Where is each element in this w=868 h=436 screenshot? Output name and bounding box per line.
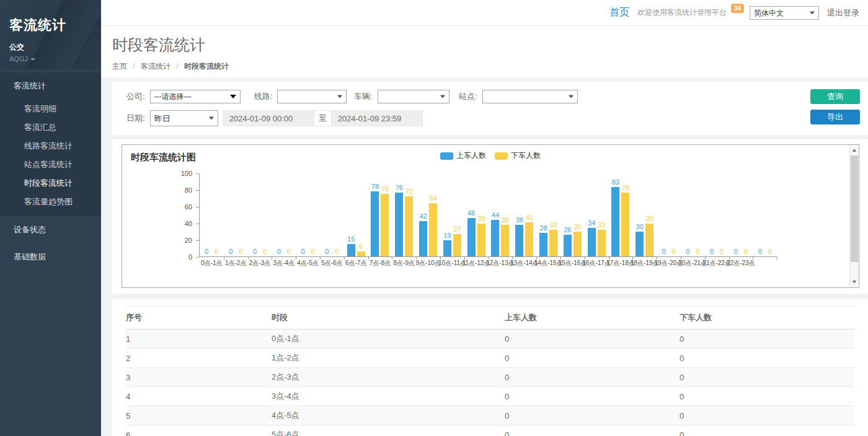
query-button[interactable]: 查询: [810, 89, 860, 104]
table-cell: 4: [126, 387, 272, 406]
sidebar-item-基础数据[interactable]: 基础数据: [0, 243, 101, 271]
menu-section: 客流统计客流明细客流汇总线路客流统计站点客流统计时段客流统计客流量趋势图: [0, 72, 101, 216]
sidebar-menu: 客流统计客流明细客流汇总线路客流统计站点客流统计时段客流统计客流量趋势图设备状态…: [0, 72, 101, 271]
bar-column: 83: [611, 173, 619, 256]
export-button[interactable]: 导出: [810, 110, 860, 124]
table-header-上车人数: 上车人数: [505, 307, 680, 329]
bar-value-label: 0: [768, 248, 772, 255]
bar-group-13点-14点: 384113点-14点: [512, 173, 536, 256]
bar-value-label: 0: [662, 248, 665, 255]
station-select[interactable]: [482, 90, 578, 103]
bar-column: 76: [621, 173, 629, 256]
bar-value-label: 26: [564, 226, 571, 233]
bar-value-label: 32: [549, 221, 557, 229]
bar-group-11点-12点: 463911点-12点: [464, 173, 489, 256]
x-tick-label: 22点-23点: [727, 259, 755, 268]
table-cell: 4点-5点: [272, 406, 505, 425]
bar-value-label: 6: [359, 243, 363, 250]
chart-legend: 上车人数下车人数: [440, 150, 541, 161]
sidebar-subitem-时段客流统计[interactable]: 时段客流统计: [0, 174, 101, 193]
chart-scrollbar[interactable]: [849, 145, 859, 287]
breadcrumb-home[interactable]: 主页: [112, 62, 127, 71]
date-preset-select[interactable]: 昨日: [150, 110, 218, 126]
x-tick-label: 4点-5点: [297, 259, 318, 268]
vehicle-select-wrap: [378, 90, 450, 103]
bar-group-16点-17点: 343216点-17点: [585, 173, 609, 256]
station-select-wrap: [482, 90, 578, 103]
legend-item-上车人数[interactable]: 上车人数: [440, 150, 486, 161]
table-cell: 1: [126, 329, 272, 349]
bar-value-label: 0: [325, 248, 329, 255]
sidebar-item-客流统计[interactable]: 客流统计: [0, 72, 101, 100]
y-tick-label: 60: [185, 203, 192, 211]
sidebar-item-设备状态[interactable]: 设备状态: [0, 216, 101, 243]
breadcrumb-parent[interactable]: 客流统计: [141, 62, 170, 71]
sidebar-subitem-客流量趋势图[interactable]: 客流量趋势图: [0, 193, 101, 211]
bar-上车人数: [588, 228, 596, 256]
table-cell: 3: [126, 368, 272, 387]
date-start-input[interactable]: [223, 110, 314, 126]
bar-column: 26: [564, 173, 572, 256]
home-link[interactable]: 首页: [609, 6, 629, 19]
brand-area: 客流统计 公交 AQGJ: [0, 0, 101, 69]
app-title: 客流统计: [9, 16, 101, 35]
org-code-dropdown[interactable]: AQGJ: [9, 55, 101, 63]
scroll-down-icon[interactable]: [850, 277, 859, 287]
bar-column: 0: [237, 173, 245, 256]
filter-panel: 公司: ---请选择--- 线路: 车辆: 站点:: [112, 82, 868, 135]
date-label: 日期:: [126, 113, 145, 124]
date-end-input[interactable]: [331, 110, 423, 126]
bar-value-label: 46: [467, 209, 475, 217]
bar-column: 38: [501, 173, 509, 256]
bar-group-15点-16点: 263015点-16点: [560, 173, 585, 256]
bar-column: 75: [381, 173, 389, 256]
x-tick-label: 3点-4点: [273, 259, 294, 268]
bar-column: 0: [213, 173, 221, 256]
vehicle-select[interactable]: [378, 90, 450, 103]
sidebar: 客流统计 公交 AQGJ 客流统计客流明细客流汇总线路客流统计站点客流统计时段客…: [0, 0, 101, 436]
bar-value-label: 0: [301, 248, 305, 255]
bar-group-17点-18点: 837617点-18点: [609, 173, 633, 256]
sidebar-subitem-客流汇总[interactable]: 客流汇总: [0, 118, 101, 137]
company-label: 公司:: [126, 91, 145, 102]
table-cell: 3点-4点: [272, 387, 505, 406]
sidebar-subitem-客流明细[interactable]: 客流明细: [0, 100, 101, 118]
bar-column: 0: [309, 173, 317, 256]
y-tick-label: 20: [185, 237, 192, 245]
bar-column: 0: [670, 173, 678, 256]
bar-value-label: 78: [371, 183, 379, 190]
bar-value-label: 38: [502, 216, 509, 224]
scroll-up-icon[interactable]: [850, 146, 859, 155]
bar-value-label: 0: [696, 248, 699, 255]
sidebar-subitem-站点客流统计[interactable]: 站点客流统计: [0, 155, 101, 174]
bar-上车人数: [371, 191, 379, 256]
notification-badge[interactable]: 34: [731, 4, 744, 13]
bar-value-label: 0: [205, 248, 208, 255]
sidebar-subitem-线路客流统计[interactable]: 线路客流统计: [0, 137, 101, 155]
bar-column: 19: [443, 173, 451, 256]
table-cell: 0: [505, 368, 680, 387]
bar-value-label: 0: [253, 248, 257, 255]
bar-下车人数: [429, 203, 437, 256]
bar-value-label: 0: [335, 248, 339, 255]
date-preset-wrap: 昨日: [150, 110, 218, 126]
line-select[interactable]: [277, 90, 347, 103]
bar-column: 0: [260, 173, 268, 256]
bar-column: 0: [718, 173, 726, 256]
table-cell: 0: [680, 329, 854, 349]
bar-group-6点-7点: 1566点-7点: [344, 173, 368, 256]
filter-buttons: 查询 导出: [810, 89, 860, 124]
bar-column: 0: [285, 173, 293, 256]
page-heading: 时段客流统计 主页 / 客流统计 / 时段客流统计: [101, 26, 868, 77]
bar-下车人数: [381, 194, 389, 256]
scrollbar-thumb[interactable]: [851, 155, 858, 262]
logout-link[interactable]: 退出登录: [827, 7, 859, 19]
legend-item-下车人数[interactable]: 下车人数: [495, 150, 541, 161]
table-cell: 1点-2点: [272, 349, 505, 368]
legend-swatch: [440, 152, 453, 160]
bar-group-10点-11点: 192710点-11点: [440, 173, 464, 256]
company-select[interactable]: ---请选择---: [150, 90, 241, 103]
table-row: 10点-1点00: [126, 329, 854, 349]
language-select[interactable]: 简体中文: [750, 6, 819, 20]
y-tick-label: 40: [185, 220, 192, 228]
